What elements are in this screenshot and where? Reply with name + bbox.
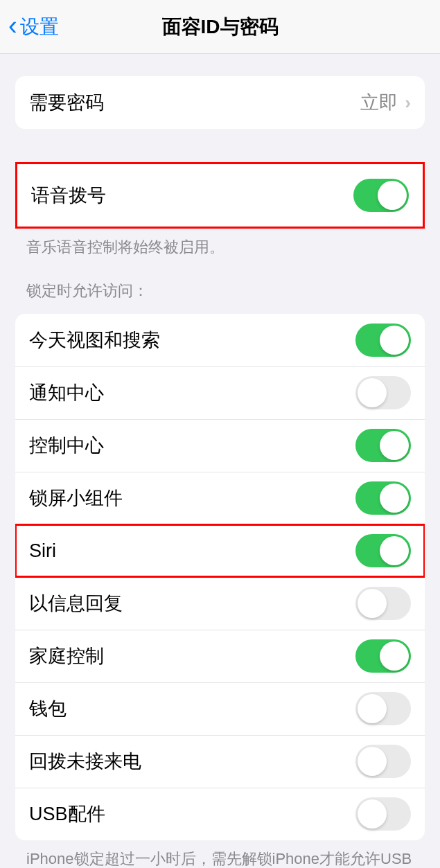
locked-toggle-row[interactable]: USB配件 (15, 788, 425, 840)
toggle-switch[interactable] (355, 376, 411, 409)
voice-dial-toggle[interactable] (353, 179, 409, 212)
locked-toggle-row[interactable]: 家庭控制 (15, 630, 425, 682)
passcode-group: 需要密码 立即 › (15, 76, 425, 129)
locked-access-group: 今天视图和搜索通知中心控制中心锁屏小组件Siri以信息回复家庭控制钱包回拨未接来… (15, 314, 425, 840)
locked-toggle-label: 锁屏小组件 (29, 486, 123, 511)
toggle-switch[interactable] (355, 481, 411, 515)
locked-toggle-row[interactable]: 钱包 (15, 682, 425, 735)
chevron-left-icon: ‹ (8, 11, 17, 41)
locked-toggle-row[interactable]: 以信息回复 (15, 577, 425, 630)
locked-toggle-label: 今天视图和搜索 (29, 328, 160, 353)
toggle-switch[interactable] (355, 692, 411, 725)
toggle-switch[interactable] (355, 534, 411, 567)
locked-access-footer: iPhone锁定超过一小时后，需先解锁iPhone才能允许USB配件连接。 (26, 849, 414, 868)
back-button[interactable]: ‹ 设置 (0, 13, 59, 41)
locked-toggle-label: 家庭控制 (29, 644, 104, 668)
locked-toggle-label: 钱包 (29, 696, 67, 721)
chevron-right-icon: › (405, 92, 411, 114)
locked-toggle-label: 通知中心 (29, 380, 104, 405)
locked-toggle-row[interactable]: 锁屏小组件 (15, 472, 425, 524)
voice-dial-row[interactable]: 语音拨号 (17, 164, 423, 227)
locked-toggle-row[interactable]: 回拨未接来电 (15, 735, 425, 788)
locked-toggle-row[interactable]: Siri (15, 524, 425, 577)
toggle-switch[interactable] (355, 429, 411, 462)
toggle-switch[interactable] (355, 745, 411, 778)
toggle-switch[interactable] (355, 797, 411, 831)
require-passcode-value: 立即 › (360, 90, 411, 115)
locked-toggle-label: 控制中心 (29, 433, 104, 458)
voice-dial-footer: 音乐语音控制将始终被启用。 (26, 237, 414, 258)
locked-toggle-row[interactable]: 今天视图和搜索 (15, 314, 425, 366)
locked-toggle-row[interactable]: 控制中心 (15, 419, 425, 472)
require-passcode-row[interactable]: 需要密码 立即 › (15, 76, 425, 129)
require-passcode-label: 需要密码 (29, 90, 104, 115)
nav-bar: ‹ 设置 面容ID与密码 (0, 0, 440, 54)
voice-dial-label: 语音拨号 (31, 183, 106, 208)
locked-toggle-label: USB配件 (29, 801, 105, 826)
locked-access-header: 锁定时允许访问： (26, 281, 414, 301)
toggle-switch[interactable] (355, 639, 411, 673)
back-label: 设置 (20, 14, 59, 40)
toggle-switch[interactable] (355, 324, 411, 357)
locked-toggle-label: 以信息回复 (29, 591, 123, 616)
page-title: 面容ID与密码 (0, 14, 440, 40)
locked-toggle-label: 回拨未接来电 (29, 749, 141, 774)
locked-toggle-label: Siri (29, 540, 56, 562)
locked-toggle-row[interactable]: 通知中心 (15, 366, 425, 419)
voice-dial-group: 语音拨号 (15, 162, 425, 229)
toggle-switch[interactable] (355, 587, 411, 620)
